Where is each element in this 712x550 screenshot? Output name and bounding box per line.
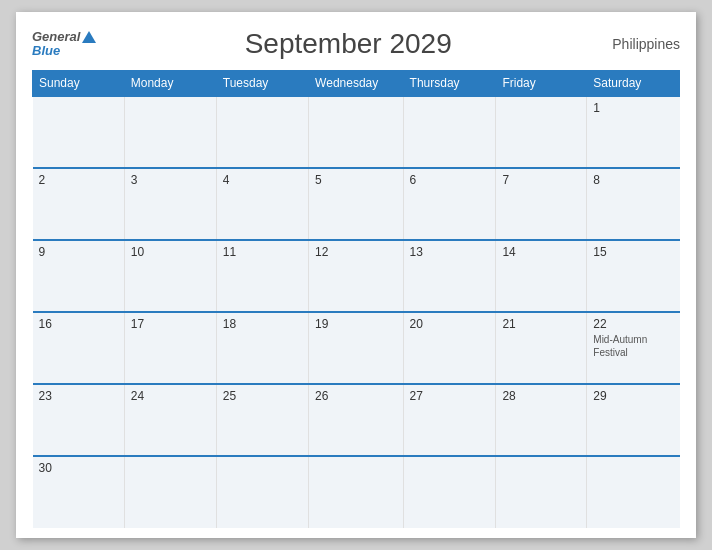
day-cell: 10 xyxy=(124,240,216,312)
day-number: 26 xyxy=(315,389,396,403)
day-cell xyxy=(124,456,216,528)
day-cell xyxy=(496,456,587,528)
day-number: 20 xyxy=(410,317,490,331)
day-cell: 25 xyxy=(216,384,308,456)
calendar-title: September 2029 xyxy=(96,28,600,60)
calendar-container: General Blue September 2029 Philippines … xyxy=(16,12,696,538)
day-number: 5 xyxy=(315,173,396,187)
day-number: 15 xyxy=(593,245,673,259)
day-number: 22 xyxy=(593,317,673,331)
day-number: 8 xyxy=(593,173,673,187)
day-number: 19 xyxy=(315,317,396,331)
day-number: 12 xyxy=(315,245,396,259)
day-number: 28 xyxy=(502,389,580,403)
day-number: 9 xyxy=(39,245,118,259)
day-cell: 7 xyxy=(496,168,587,240)
day-number: 24 xyxy=(131,389,210,403)
day-cell xyxy=(33,96,125,168)
day-cell: 15 xyxy=(587,240,680,312)
day-number: 27 xyxy=(410,389,490,403)
day-cell: 17 xyxy=(124,312,216,384)
week-row-1: 2345678 xyxy=(33,168,680,240)
day-cell xyxy=(216,456,308,528)
day-number: 7 xyxy=(502,173,580,187)
week-row-5: 30 xyxy=(33,456,680,528)
weekday-header-thursday: Thursday xyxy=(403,71,496,97)
day-number: 17 xyxy=(131,317,210,331)
day-cell: 27 xyxy=(403,384,496,456)
day-cell: 2 xyxy=(33,168,125,240)
day-number: 6 xyxy=(410,173,490,187)
weekday-header-wednesday: Wednesday xyxy=(309,71,403,97)
day-cell: 3 xyxy=(124,168,216,240)
week-row-4: 23242526272829 xyxy=(33,384,680,456)
day-number: 23 xyxy=(39,389,118,403)
weekday-header-sunday: Sunday xyxy=(33,71,125,97)
day-number: 11 xyxy=(223,245,302,259)
country-label: Philippines xyxy=(600,36,680,52)
day-number: 25 xyxy=(223,389,302,403)
day-cell xyxy=(587,456,680,528)
day-cell: 4 xyxy=(216,168,308,240)
day-number: 1 xyxy=(593,101,673,115)
weekday-header-monday: Monday xyxy=(124,71,216,97)
day-cell: 9 xyxy=(33,240,125,312)
day-number: 30 xyxy=(39,461,118,475)
day-cell: 29 xyxy=(587,384,680,456)
day-cell: 12 xyxy=(309,240,403,312)
day-number: 2 xyxy=(39,173,118,187)
week-row-0: 1 xyxy=(33,96,680,168)
weekday-header-row: SundayMondayTuesdayWednesdayThursdayFrid… xyxy=(33,71,680,97)
day-cell: 30 xyxy=(33,456,125,528)
day-cell: 1 xyxy=(587,96,680,168)
day-cell: 8 xyxy=(587,168,680,240)
day-cell: 22Mid-Autumn Festival xyxy=(587,312,680,384)
weekday-header-friday: Friday xyxy=(496,71,587,97)
logo: General Blue xyxy=(32,30,96,59)
day-cell: 21 xyxy=(496,312,587,384)
day-cell xyxy=(309,96,403,168)
day-cell: 26 xyxy=(309,384,403,456)
day-number: 18 xyxy=(223,317,302,331)
logo-triangle-icon xyxy=(82,31,96,43)
day-cell: 19 xyxy=(309,312,403,384)
day-cell: 14 xyxy=(496,240,587,312)
day-event: Mid-Autumn Festival xyxy=(593,333,673,359)
day-number: 3 xyxy=(131,173,210,187)
day-number: 13 xyxy=(410,245,490,259)
day-cell xyxy=(309,456,403,528)
week-row-2: 9101112131415 xyxy=(33,240,680,312)
day-cell: 13 xyxy=(403,240,496,312)
week-row-3: 16171819202122Mid-Autumn Festival xyxy=(33,312,680,384)
day-cell xyxy=(496,96,587,168)
day-cell: 11 xyxy=(216,240,308,312)
weekday-header-tuesday: Tuesday xyxy=(216,71,308,97)
day-number: 21 xyxy=(502,317,580,331)
logo-blue-text: Blue xyxy=(32,44,60,58)
day-number: 16 xyxy=(39,317,118,331)
day-number: 14 xyxy=(502,245,580,259)
day-cell xyxy=(403,456,496,528)
day-cell: 23 xyxy=(33,384,125,456)
day-cell: 5 xyxy=(309,168,403,240)
day-number: 10 xyxy=(131,245,210,259)
day-cell: 28 xyxy=(496,384,587,456)
day-number: 29 xyxy=(593,389,673,403)
day-cell xyxy=(216,96,308,168)
day-cell: 6 xyxy=(403,168,496,240)
calendar-header: General Blue September 2029 Philippines xyxy=(32,28,680,60)
day-cell: 24 xyxy=(124,384,216,456)
day-cell: 18 xyxy=(216,312,308,384)
day-cell xyxy=(124,96,216,168)
day-cell xyxy=(403,96,496,168)
weekday-header-saturday: Saturday xyxy=(587,71,680,97)
day-number: 4 xyxy=(223,173,302,187)
logo-general-text: General xyxy=(32,30,80,44)
day-cell: 16 xyxy=(33,312,125,384)
day-cell: 20 xyxy=(403,312,496,384)
calendar-table: SundayMondayTuesdayWednesdayThursdayFrid… xyxy=(32,70,680,528)
